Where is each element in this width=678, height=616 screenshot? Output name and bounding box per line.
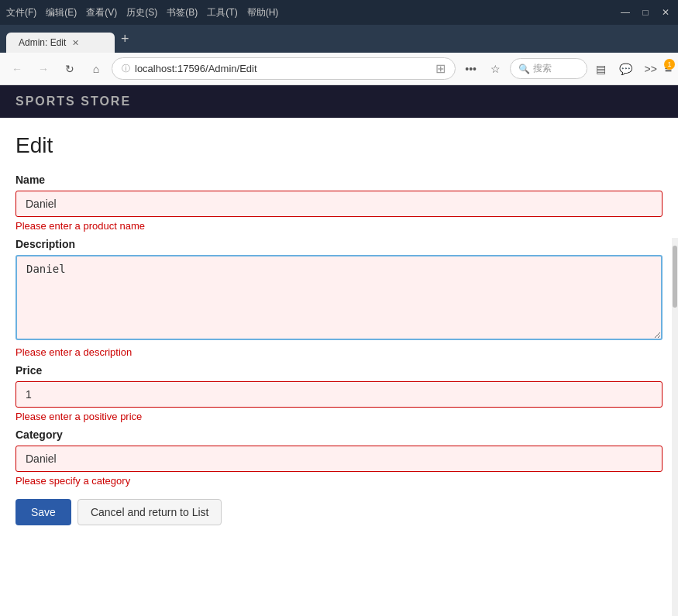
new-tab-button[interactable]: +	[115, 28, 136, 50]
window-controls: — □ ✕	[619, 6, 672, 19]
menu-file[interactable]: 文件(F)	[6, 6, 36, 19]
page-content: Edit Name Please enter a product name De…	[0, 118, 678, 576]
price-error: Please enter a positive price	[15, 411, 663, 422]
menu-history[interactable]: 历史(S)	[126, 6, 157, 19]
page-wrapper: Edit Name Please enter a product name De…	[0, 118, 678, 576]
save-button[interactable]: Save	[15, 499, 71, 525]
app-title: SPORTS STORE	[15, 95, 131, 108]
extensions-button[interactable]: >>	[640, 58, 662, 80]
notification-button[interactable]: ≡ 1	[665, 62, 672, 76]
url-text: localhost:17596/Admin/Edit	[135, 63, 431, 74]
search-placeholder: 搜索	[533, 62, 552, 75]
name-error: Please enter a product name	[15, 220, 663, 232]
tab-close-icon[interactable]: ✕	[72, 38, 79, 48]
cancel-button[interactable]: Cancel and return to List	[77, 499, 222, 525]
category-error: Please specify a category	[15, 475, 663, 487]
security-icon: ⓘ	[122, 63, 130, 74]
description-input[interactable]: Daniel	[15, 255, 663, 340]
minimize-button[interactable]: —	[619, 6, 632, 19]
tab-title: Admin: Edit	[19, 37, 66, 48]
category-group: Category	[15, 428, 663, 472]
library-icon[interactable]: ▤	[590, 58, 612, 80]
browser-menu: 文件(F) 编辑(E) 查看(V) 历史(S) 书签(B) 工具(T) 帮助(H…	[6, 6, 278, 19]
description-label: Description	[15, 238, 663, 250]
navigation-bar: ← → ↻ ⌂ ⓘ localhost:17596/Admin/Edit ⊞ •…	[0, 53, 678, 85]
refresh-button[interactable]: ↻	[59, 58, 81, 80]
address-bar[interactable]: ⓘ localhost:17596/Admin/Edit ⊞	[112, 57, 456, 80]
description-group: Description Daniel	[15, 238, 663, 343]
price-input[interactable]	[15, 381, 663, 408]
menu-help[interactable]: 帮助(H)	[247, 6, 279, 19]
tab-bar: Admin: Edit ✕ +	[0, 25, 678, 53]
name-label: Name	[15, 174, 663, 186]
menu-edit[interactable]: 编辑(E)	[46, 6, 77, 19]
menu-view[interactable]: 查看(V)	[86, 6, 117, 19]
price-label: Price	[15, 364, 663, 377]
chat-icon[interactable]: 💬	[615, 58, 637, 80]
menu-tools[interactable]: 工具(T)	[207, 6, 237, 19]
back-button[interactable]: ←	[6, 58, 28, 80]
category-label: Category	[15, 428, 663, 441]
form-actions: Save Cancel and return to List	[15, 499, 663, 525]
home-button[interactable]: ⌂	[85, 58, 107, 80]
menu-bookmarks[interactable]: 书签(B)	[167, 6, 198, 19]
scrollbar[interactable]	[672, 238, 678, 616]
nav-actions: ••• ☆ 🔍 搜索 ▤ 💬 >> ≡ 1	[460, 58, 672, 80]
restore-button[interactable]: □	[639, 6, 652, 19]
price-group: Price	[15, 364, 663, 408]
app-header: SPORTS STORE	[0, 85, 678, 118]
forward-button[interactable]: →	[33, 58, 54, 80]
page-title: Edit	[15, 133, 663, 158]
search-icon: 🔍	[518, 64, 530, 74]
name-input[interactable]	[15, 191, 663, 217]
close-button[interactable]: ✕	[659, 6, 672, 19]
tab-admin-edit[interactable]: Admin: Edit ✕	[6, 33, 115, 53]
bookmark-icon[interactable]: ☆	[485, 58, 507, 80]
more-button[interactable]: •••	[460, 58, 482, 80]
notification-count: 1	[664, 59, 675, 70]
qr-icon: ⊞	[435, 61, 446, 76]
browser-titlebar: 文件(F) 编辑(E) 查看(V) 历史(S) 书签(B) 工具(T) 帮助(H…	[0, 0, 678, 25]
scrollbar-thumb[interactable]	[673, 246, 677, 308]
category-input[interactable]	[15, 446, 663, 472]
description-error: Please enter a description	[15, 346, 663, 358]
name-group: Name	[15, 174, 663, 217]
search-box[interactable]: 🔍 搜索	[510, 58, 587, 79]
